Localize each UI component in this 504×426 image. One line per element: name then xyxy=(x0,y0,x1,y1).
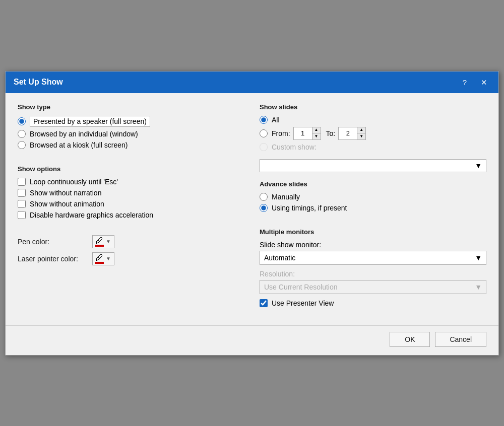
laser-color-swatch xyxy=(95,262,104,264)
left-column: Show type Presented by a speaker (full s… xyxy=(18,103,244,315)
help-button[interactable]: ? xyxy=(460,78,470,87)
advance-slides-title: Advance slides xyxy=(260,180,486,188)
pen-icon: 🖊 xyxy=(95,237,104,247)
radio-all[interactable]: All xyxy=(260,116,486,124)
radio-manually-label: Manually xyxy=(272,193,300,201)
slide-show-monitor-dropdown[interactable]: Automatic ▼ xyxy=(260,251,486,265)
slide-show-monitor-label: Slide show monitor: xyxy=(260,241,486,249)
check-no-narration-label: Show without narration xyxy=(30,189,101,197)
check-no-animation-label: Show without animation xyxy=(30,200,104,208)
radio-kiosk-input[interactable] xyxy=(18,141,26,149)
check-loop-input[interactable] xyxy=(18,178,26,186)
resolution-dropdown[interactable]: Use Current Resolution ▼ xyxy=(260,280,486,294)
radio-from-input[interactable] xyxy=(260,129,268,137)
use-presenter-view-row[interactable]: Use Presenter View xyxy=(260,299,486,307)
show-type-group: Presented by a speaker (full screen) Bro… xyxy=(18,116,244,149)
check-no-animation-input[interactable] xyxy=(18,200,26,208)
radio-all-input[interactable] xyxy=(260,116,268,124)
to-spin-btns: ▲ ▼ xyxy=(357,127,365,139)
from-spin-btns: ▲ ▼ xyxy=(312,127,321,139)
show-slides-group: All From: 1 ▲ ▼ To: xyxy=(260,116,486,151)
slide-show-monitor-arrow: ▼ xyxy=(475,254,482,262)
dialog-footer: OK Cancel xyxy=(6,325,498,355)
radio-window[interactable]: Browsed by an individual (window) xyxy=(18,130,244,138)
check-no-hw-accel[interactable]: Disable hardware graphics acceleration xyxy=(18,211,244,219)
use-presenter-view-input[interactable] xyxy=(260,299,268,307)
use-presenter-view-label: Use Presenter View xyxy=(272,299,334,307)
check-no-animation[interactable]: Show without animation xyxy=(18,200,244,208)
title-bar: Set Up Show ? ✕ xyxy=(6,72,498,93)
radio-timings[interactable]: Using timings, if present xyxy=(260,204,486,212)
title-bar-controls: ? ✕ xyxy=(460,78,490,87)
radio-full-screen-input[interactable] xyxy=(18,117,26,125)
to-spin-down[interactable]: ▼ xyxy=(357,133,365,139)
right-column: Show slides All From: 1 ▲ ▼ xyxy=(260,103,486,315)
check-loop[interactable]: Loop continuously until 'Esc' xyxy=(18,178,244,186)
radio-from-row: From: 1 ▲ ▼ To: 2 ▲ ▼ xyxy=(260,127,486,140)
from-spinbox: 1 ▲ ▼ xyxy=(293,127,321,140)
close-button[interactable]: ✕ xyxy=(478,78,490,87)
show-type-title: Show type xyxy=(18,103,244,111)
slide-show-monitor-value: Automatic xyxy=(264,254,295,262)
resolution-arrow: ▼ xyxy=(475,283,482,291)
pen-color-arrow: ▼ xyxy=(105,239,112,244)
custom-show-dropdown[interactable]: ▼ xyxy=(260,159,486,172)
custom-show-dropdown-arrow: ▼ xyxy=(475,162,482,170)
laser-color-arrow: ▼ xyxy=(105,256,112,261)
radio-kiosk[interactable]: Browsed at a kiosk (full screen) xyxy=(18,141,244,149)
laser-color-label: Laser pointer color: xyxy=(18,255,88,263)
radio-from-label: From: xyxy=(272,129,290,137)
radio-full-screen[interactable]: Presented by a speaker (full screen) xyxy=(18,116,244,127)
show-slides-title: Show slides xyxy=(260,103,486,111)
pen-color-button[interactable]: 🖊 ▼ xyxy=(92,235,114,248)
radio-kiosk-label: Browsed at a kiosk (full screen) xyxy=(30,141,128,149)
show-options-title: Show options xyxy=(18,165,244,173)
radio-manually[interactable]: Manually xyxy=(260,193,486,201)
radio-window-label: Browsed by an individual (window) xyxy=(30,130,138,138)
radio-custom-show[interactable]: Custom show: xyxy=(260,143,486,151)
check-no-hw-accel-label: Disable hardware graphics acceleration xyxy=(30,211,153,219)
radio-manually-input[interactable] xyxy=(260,193,268,201)
check-no-narration[interactable]: Show without narration xyxy=(18,189,244,197)
from-value[interactable]: 1 xyxy=(294,127,312,139)
radio-window-input[interactable] xyxy=(18,130,26,138)
from-spin-up[interactable]: ▲ xyxy=(312,127,321,133)
resolution-value: Use Current Resolution xyxy=(264,283,338,291)
radio-timings-label: Using timings, if present xyxy=(272,204,347,212)
check-no-narration-input[interactable] xyxy=(18,189,26,197)
multiple-monitors-section: Multiple monitors Slide show monitor: Au… xyxy=(260,228,486,309)
laser-icon: 🖊 xyxy=(95,254,104,264)
to-spinbox: 2 ▲ ▼ xyxy=(338,127,366,140)
radio-timings-input[interactable] xyxy=(260,204,268,212)
check-loop-label: Loop continuously until 'Esc' xyxy=(30,178,118,186)
radio-from[interactable]: From: xyxy=(260,129,290,137)
set-up-show-dialog: Set Up Show ? ✕ Show type Presented by a… xyxy=(5,71,499,356)
cancel-button[interactable]: Cancel xyxy=(435,332,486,347)
pen-color-row: Pen color: 🖊 ▼ xyxy=(18,235,244,248)
laser-color-button[interactable]: 🖊 ▼ xyxy=(92,252,114,265)
multiple-monitors-title: Multiple monitors xyxy=(260,228,486,236)
to-spin-up[interactable]: ▲ xyxy=(357,127,365,133)
pen-color-label: Pen color: xyxy=(18,238,88,246)
radio-custom-show-input[interactable] xyxy=(260,143,268,151)
from-spin-down[interactable]: ▼ xyxy=(312,133,321,139)
ok-button[interactable]: OK xyxy=(390,332,430,347)
advance-slides-section: Advance slides Manually Using timings, i… xyxy=(260,180,486,220)
dialog-body: Show type Presented by a speaker (full s… xyxy=(6,93,498,325)
radio-full-screen-label: Presented by a speaker (full screen) xyxy=(30,116,150,127)
to-label: To: xyxy=(326,129,336,137)
radio-custom-show-label: Custom show: xyxy=(272,143,317,151)
show-options-group: Loop continuously until 'Esc' Show witho… xyxy=(18,178,244,219)
laser-color-row: Laser pointer color: 🖊 ▼ xyxy=(18,252,244,265)
pen-color-swatch xyxy=(95,245,104,247)
to-value[interactable]: 2 xyxy=(339,127,357,139)
resolution-label: Resolution: xyxy=(260,270,486,278)
radio-all-label: All xyxy=(272,116,280,124)
advance-slides-group: Manually Using timings, if present xyxy=(260,193,486,212)
check-no-hw-accel-input[interactable] xyxy=(18,211,26,219)
dialog-title: Set Up Show xyxy=(14,78,63,87)
